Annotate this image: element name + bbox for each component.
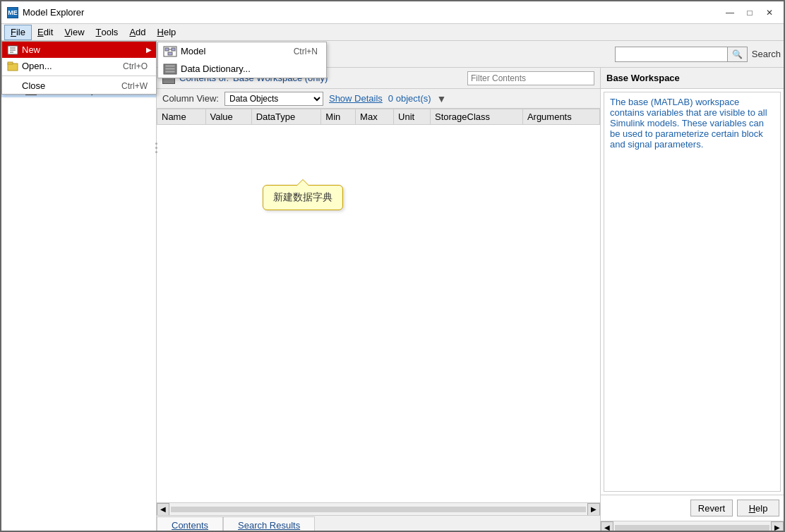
svg-rect-7 bbox=[165, 48, 169, 51]
dropdown-close[interactable]: Close Ctrl+W bbox=[2, 78, 156, 94]
column-view-bar: Column View: Data Objects All Show Detai… bbox=[157, 89, 600, 109]
dropdown-open[interactable]: Open... Ctrl+O bbox=[2, 58, 156, 74]
submenu-data-dictionary[interactable]: Data Dictionary... bbox=[158, 60, 326, 78]
svg-rect-9 bbox=[168, 52, 172, 55]
objects-count: 0 object(s) bbox=[388, 93, 431, 104]
col-max: Max bbox=[356, 109, 394, 125]
scroll-right-button[interactable]: ▶ bbox=[587, 503, 600, 516]
app-icon: ME bbox=[7, 7, 18, 18]
bottom-scrollbar: ◀ ▶ bbox=[157, 502, 600, 515]
tab-contents[interactable]: Contents bbox=[157, 516, 223, 532]
scroll-left-button[interactable]: ◀ bbox=[157, 503, 169, 516]
svg-rect-5 bbox=[8, 62, 13, 64]
col-datatype: DataType bbox=[251, 109, 321, 125]
revert-button[interactable]: Revert bbox=[690, 500, 733, 516]
svg-rect-13 bbox=[165, 68, 175, 70]
submenu-data-dict-label: Data Dictionary... bbox=[181, 64, 251, 74]
dropdown-new[interactable]: New ▶ bbox=[2, 42, 156, 58]
right-panel: Base Workspace The base (MATLAB) workspa… bbox=[600, 68, 784, 532]
right-panel-description: The base (MATLAB) workspace contains var… bbox=[610, 97, 767, 150]
search-input[interactable] bbox=[615, 47, 728, 62]
search-icon-button[interactable]: 🔍 bbox=[728, 47, 748, 62]
restore-button[interactable]: □ bbox=[741, 6, 758, 20]
window-controls: — □ ✕ bbox=[721, 6, 778, 20]
right-scroll-track[interactable] bbox=[615, 525, 769, 531]
col-min: Min bbox=[321, 109, 356, 125]
main-layout: ▼ Simulink Root Base Workspace Contents … bbox=[1, 68, 784, 532]
dropdown-close-label: Close bbox=[22, 80, 45, 91]
col-value: Value bbox=[205, 109, 251, 125]
col-name: Name bbox=[157, 109, 206, 125]
svg-rect-12 bbox=[165, 65, 175, 67]
right-panel-header: Base Workspace bbox=[601, 68, 784, 89]
new-submenu: Model Ctrl+N Data Dictionary... bbox=[157, 42, 327, 78]
help-text: elp bbox=[755, 503, 767, 514]
column-view-label: Column View: bbox=[162, 93, 219, 104]
close-button[interactable]: ✕ bbox=[761, 6, 778, 20]
right-scroll-right-button[interactable]: ▶ bbox=[771, 521, 784, 533]
menu-view[interactable]: View bbox=[59, 25, 90, 40]
left-panel: ▼ Simulink Root Base Workspace bbox=[1, 68, 157, 532]
submenu-model[interactable]: Model Ctrl+N bbox=[158, 42, 326, 60]
right-panel-footer: Revert Help bbox=[601, 495, 784, 521]
tab-search-results[interactable]: Search Results bbox=[223, 516, 315, 532]
show-details-button[interactable]: Show Details bbox=[329, 93, 383, 104]
table-container: Name Value DataType Min Max Unit Storage… bbox=[157, 109, 600, 502]
search-area: 🔍 Search bbox=[615, 47, 781, 62]
column-view-select[interactable]: Data Objects All bbox=[224, 92, 323, 106]
close-menu-icon bbox=[6, 81, 19, 91]
new-icon bbox=[6, 45, 19, 55]
menu-tools[interactable]: Tools bbox=[90, 25, 124, 40]
center-panel: Contents of: Base Workspace (only) Colum… bbox=[157, 68, 600, 532]
search-label: Search bbox=[752, 49, 781, 59]
col-arguments: Arguments bbox=[522, 109, 599, 125]
drag-handle-left[interactable] bbox=[157, 143, 157, 153]
tooltip-bubble: 新建数据字典 bbox=[263, 185, 343, 210]
tooltip-text: 新建数据字典 bbox=[273, 191, 332, 202]
right-panel-content: The base (MATLAB) workspace contains var… bbox=[604, 92, 781, 492]
right-scrollbar: ◀ ▶ bbox=[601, 521, 784, 532]
col-unit: Unit bbox=[394, 109, 431, 125]
menu-file[interactable]: File bbox=[4, 25, 32, 40]
scroll-track[interactable] bbox=[171, 507, 586, 512]
file-menu-dropdown: New ▶ Open... Ctrl+O Close Ctrl+W bbox=[1, 41, 157, 95]
model-icon bbox=[162, 45, 178, 58]
menu-bar: File Edit View Tools Add Help bbox=[1, 24, 784, 41]
filter-icon[interactable]: ▼ bbox=[437, 93, 447, 104]
dropdown-new-label: New bbox=[22, 44, 40, 55]
open-icon bbox=[6, 61, 19, 71]
submenu-model-label: Model bbox=[181, 46, 205, 56]
help-underline: H bbox=[749, 503, 755, 514]
title-bar: ME Model Explorer — □ ✕ bbox=[1, 1, 784, 24]
svg-rect-14 bbox=[165, 71, 175, 73]
dropdown-new-arrow: ▶ bbox=[146, 46, 152, 54]
window-title: Model Explorer bbox=[23, 7, 84, 18]
filter-input[interactable] bbox=[467, 71, 594, 85]
col-storageclass: StorageClass bbox=[431, 109, 523, 125]
menu-edit[interactable]: Edit bbox=[32, 25, 59, 40]
model-shortcut: Ctrl+N bbox=[294, 47, 318, 56]
svg-rect-8 bbox=[172, 48, 175, 51]
right-scroll-left-button[interactable]: ◀ bbox=[601, 521, 613, 533]
menu-add[interactable]: Add bbox=[124, 25, 151, 40]
menu-help[interactable]: Help bbox=[152, 25, 182, 40]
help-button[interactable]: Help bbox=[737, 500, 779, 516]
close-shortcut: Ctrl+W bbox=[121, 81, 148, 91]
open-shortcut: Ctrl+O bbox=[123, 61, 148, 71]
bottom-tabs: Contents Search Results bbox=[157, 515, 600, 532]
minimize-button[interactable]: — bbox=[721, 6, 738, 20]
data-dict-icon bbox=[162, 63, 178, 75]
dropdown-divider bbox=[2, 75, 156, 76]
data-table: Name Value DataType Min Max Unit Storage… bbox=[157, 109, 600, 125]
dropdown-open-label: Open... bbox=[22, 61, 52, 71]
